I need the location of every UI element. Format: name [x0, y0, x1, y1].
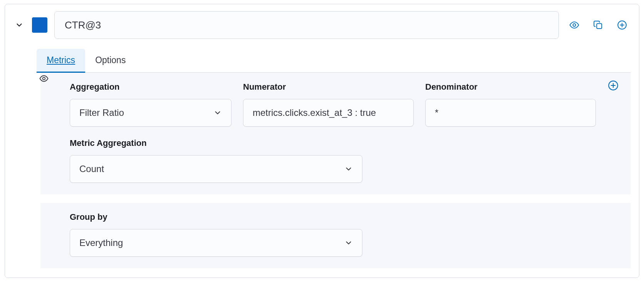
chevron-down-icon — [213, 109, 222, 117]
svg-rect-1 — [597, 23, 602, 28]
series-color-swatch[interactable] — [32, 17, 47, 33]
denominator-label: Denominator — [425, 82, 596, 92]
chevron-down-icon — [15, 21, 23, 29]
series-title-input[interactable] — [54, 11, 559, 39]
panel-header — [13, 11, 631, 39]
svg-point-5 — [43, 77, 45, 80]
aggregation-label: Aggregation — [70, 82, 231, 92]
aggregation-value: Filter Ratio — [79, 107, 124, 118]
numerator-input[interactable]: metrics.clicks.exist_at_3 : true — [243, 99, 414, 127]
aggregation-select[interactable]: Filter Ratio — [70, 99, 231, 127]
group-by-value: Everything — [79, 237, 123, 248]
numerator-column: Numerator metrics.clicks.exist_at_3 : tr… — [243, 82, 414, 127]
numerator-value: metrics.clicks.exist_at_3 : true — [253, 107, 376, 118]
collapse-toggle[interactable] — [13, 19, 25, 31]
eye-icon — [569, 20, 579, 30]
denominator-column: Denominator * — [425, 82, 596, 127]
plus-circle-icon — [617, 20, 627, 30]
eye-icon — [39, 74, 49, 83]
metric-aggregation-select[interactable]: Count — [70, 155, 362, 183]
add-metric-button[interactable] — [607, 80, 619, 91]
tab-bar: Metrics Options — [37, 49, 631, 73]
group-by-label: Group by — [70, 212, 619, 222]
duplicate-button[interactable] — [590, 17, 607, 33]
metric-panel: Metrics Options Aggregation Filter Ratio… — [5, 4, 639, 278]
metric-aggregation-label: Metric Aggregation — [70, 138, 619, 148]
metrics-section: Aggregation Filter Ratio Numerator metri… — [40, 73, 631, 194]
metric-aggregation-block: Metric Aggregation Count — [52, 138, 619, 183]
metric-aggregation-value: Count — [79, 164, 104, 174]
chevron-down-icon — [344, 239, 353, 247]
tab-options[interactable]: Options — [85, 49, 136, 73]
tab-metrics[interactable]: Metrics — [37, 49, 85, 73]
numerator-label: Numerator — [243, 82, 414, 92]
plus-circle-icon — [608, 80, 619, 91]
denominator-value: * — [435, 107, 438, 118]
chevron-down-icon — [344, 165, 353, 173]
visibility-toggle[interactable] — [566, 17, 583, 33]
svg-point-0 — [573, 24, 576, 27]
denominator-input[interactable]: * — [425, 99, 596, 127]
metric-visibility-indicator[interactable] — [39, 74, 49, 84]
aggregation-column: Aggregation Filter Ratio — [70, 82, 231, 127]
group-by-section: Group by Everything — [40, 203, 631, 268]
add-series-button[interactable] — [614, 17, 631, 33]
copy-icon — [593, 20, 603, 30]
group-by-select[interactable]: Everything — [70, 229, 362, 257]
